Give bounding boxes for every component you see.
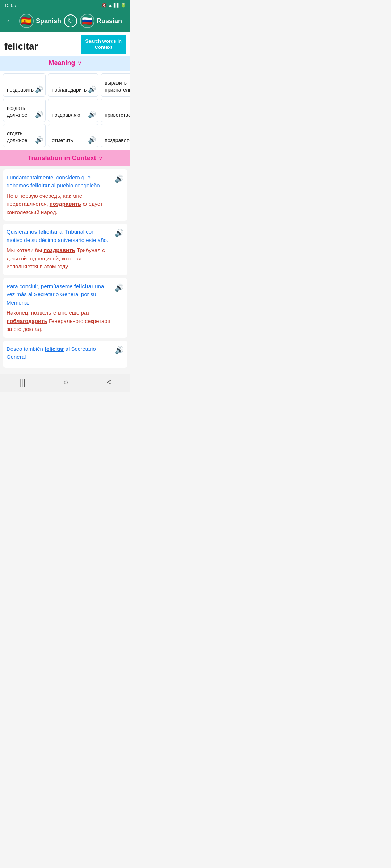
meaning-text: приветствовать — [105, 112, 130, 119]
russian-sentence: Но в первую очередь, как мне представляе… — [7, 192, 112, 217]
meaning-card[interactable]: поздравить 🔊 — [3, 73, 46, 97]
highlighted-word: felicitar — [30, 182, 50, 188]
search-word-container: felicitar — [4, 41, 77, 54]
nav-menu-icon[interactable]: ||| — [19, 378, 25, 387]
back-button[interactable]: ← — [4, 15, 15, 27]
meaning-card[interactable]: отметить 🔊 — [48, 124, 98, 147]
meaning-text: поздравить — [7, 86, 34, 93]
meaning-text: отметить — [52, 137, 87, 144]
meaning-title: Meaning — [49, 59, 75, 67]
target-lang-label: Russian — [97, 17, 122, 25]
meaning-card[interactable]: отдать должное 🔊 — [3, 124, 46, 147]
source-language[interactable]: 🇪🇸 Spanish — [19, 14, 61, 28]
context-card: Fundamentalmente, considero que debemos … — [3, 169, 127, 221]
search-word[interactable]: felicitar — [4, 41, 77, 54]
meaning-card[interactable]: поздравляю 🔊 — [48, 99, 98, 122]
meaning-card[interactable]: поздравляем 🔊 — [101, 124, 130, 147]
context-cards-container: Fundamentalmente, considero que debemos … — [0, 166, 130, 374]
context-text-block: Quisiéramos felicitar al Tribunal con mo… — [7, 228, 112, 271]
context-text-block: Deseo también felicitar al Secretario Ge… — [7, 345, 112, 363]
status-icons: 🔇 ▲ ▋▋ 🔋 — [102, 3, 126, 8]
nav-home-icon[interactable]: ○ — [64, 378, 68, 387]
target-language[interactable]: 🇷🇺 Russian — [80, 14, 122, 28]
battery-icon: 🔋 — [121, 3, 126, 8]
context-card: Para concluir, permítaseme felicitar una… — [3, 278, 127, 338]
meaning-chevron-icon: ∨ — [77, 60, 82, 67]
highlighted-word-ru: поблагодарить — [7, 318, 47, 324]
context-card: Quisiéramos felicitar al Tribunal con mo… — [3, 224, 127, 275]
highlighted-word: felicitar — [45, 346, 64, 352]
source-flag: 🇪🇸 — [19, 14, 34, 28]
meaning-card[interactable]: воздать должное 🔊 — [3, 99, 46, 122]
context-text-block: Para concluir, permítaseme felicitar una… — [7, 282, 112, 333]
sound-button[interactable]: 🔊 — [115, 283, 124, 292]
target-flag: 🇷🇺 — [80, 14, 94, 28]
toolbar: ← 🇪🇸 Spanish ↻ 🇷🇺 Russian — [0, 10, 130, 32]
meaning-card[interactable]: приветствовать 🔊 — [101, 99, 130, 122]
russian-sentence: Наконец, позвольте мне еще раз поблагода… — [7, 309, 112, 333]
highlighted-word-ru: поздравить — [50, 201, 81, 207]
context-btn-line1: Search words in — [85, 38, 122, 44]
highlighted-word: felicitar — [74, 283, 93, 289]
source-lang-label: Spanish — [36, 17, 61, 25]
meaning-card[interactable]: поблагодарить 🔊 — [48, 73, 98, 97]
sound-icon[interactable]: 🔊 — [35, 111, 43, 119]
highlighted-word: felicitar — [38, 229, 58, 235]
context-btn-line2: Context — [95, 44, 112, 50]
meaning-text: выразить признательность — [105, 80, 130, 93]
status-time: 15:05 — [4, 3, 16, 8]
meaning-grid: поздравить 🔊 поблагодарить 🔊 выразить пр… — [0, 71, 130, 150]
translation-in-context-header[interactable]: Translation in Context ∨ — [0, 150, 130, 166]
sound-icon[interactable]: 🔊 — [35, 85, 43, 93]
sound-icon[interactable]: 🔊 — [35, 136, 43, 144]
status-bar: 15:05 🔇 ▲ ▋▋ 🔋 — [0, 0, 130, 10]
nav-bar: ||| ○ < — [0, 374, 130, 392]
sound-button[interactable]: 🔊 — [115, 346, 124, 354]
spanish-sentence: Fundamentalmente, considero que debemos … — [7, 174, 112, 190]
meaning-text: отдать должное — [7, 130, 34, 144]
meaning-text: воздать должное — [7, 105, 34, 119]
mute-icon: 🔇 — [102, 3, 107, 8]
highlighted-word-ru: поздравить — [43, 247, 75, 253]
search-bar-row: felicitar Search words in Context — [0, 32, 130, 56]
sound-icon[interactable]: 🔊 — [88, 111, 96, 119]
sound-icon[interactable]: 🔊 — [88, 85, 96, 93]
refresh-icon: ↻ — [68, 17, 73, 25]
swap-languages-button[interactable]: ↻ — [64, 14, 77, 27]
context-card: Deseo también felicitar al Secretario Ge… — [3, 341, 127, 368]
context-text-block: Fundamentalmente, considero que debemos … — [7, 174, 112, 217]
search-words-in-context-button[interactable]: Search words in Context — [81, 35, 126, 54]
meaning-text: поздравляем — [105, 137, 130, 144]
wifi-icon: ▲ — [108, 3, 112, 7]
sound-icon[interactable]: 🔊 — [88, 136, 96, 144]
signal-icon: ▋▋ — [114, 3, 119, 8]
sound-button[interactable]: 🔊 — [115, 229, 124, 237]
spanish-sentence: Para concluir, permítaseme felicitar una… — [7, 282, 112, 307]
spanish-sentence: Deseo también felicitar al Secretario Ge… — [7, 345, 112, 361]
meaning-header[interactable]: Meaning ∨ — [0, 56, 130, 71]
meaning-text: поздравляю — [52, 112, 87, 119]
sound-button[interactable]: 🔊 — [115, 174, 124, 183]
nav-back-icon[interactable]: < — [106, 378, 111, 387]
spanish-sentence: Quisiéramos felicitar al Tribunal con mo… — [7, 228, 112, 244]
tic-title: Translation in Context — [28, 154, 96, 162]
russian-sentence: Мы хотели бы поздравить Трибунал с десят… — [7, 246, 112, 271]
meaning-text: поблагодарить — [52, 86, 87, 93]
meaning-card[interactable]: выразить признательность 🔊 — [101, 73, 130, 97]
tic-chevron-icon: ∨ — [98, 155, 103, 162]
